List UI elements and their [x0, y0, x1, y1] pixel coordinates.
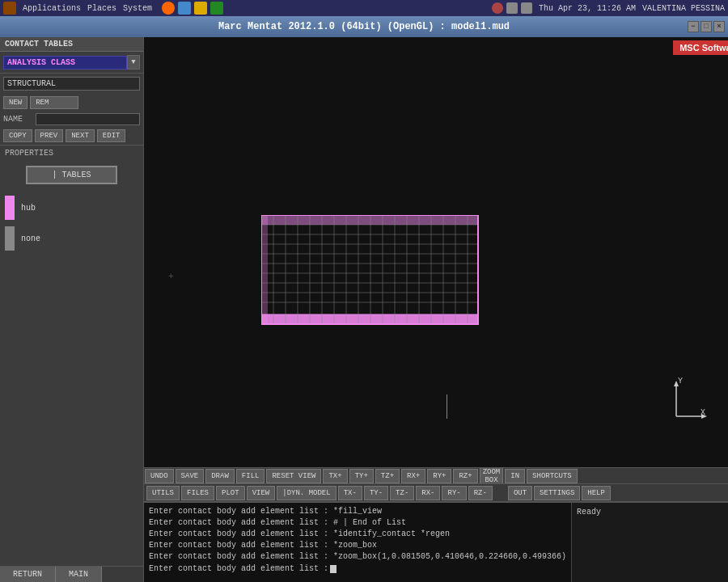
analysis-class-label[interactable]: ANALYSIS CLASS: [3, 56, 127, 70]
system-bar: Applications Places System Thu Apr 23, 1…: [0, 0, 728, 16]
icon-firefox[interactable]: [162, 2, 175, 15]
properties-label: PROPERTIES: [0, 145, 143, 161]
mesh-svg: [261, 215, 480, 328]
system-menu[interactable]: System: [123, 4, 152, 13]
console-status-panel: Ready: [571, 503, 728, 582]
svg-rect-1: [261, 215, 478, 225]
rz-minus-button[interactable]: RZ-: [468, 486, 493, 500]
console-line-5: Enter contact body add element list : *z…: [149, 551, 566, 563]
console-input-row: Enter contact body add element list :: [149, 564, 566, 573]
dyn-model-button[interactable]: |DYN. MODEL: [277, 486, 336, 500]
icon-files[interactable]: [194, 2, 207, 15]
vertical-crosshair: [447, 394, 447, 419]
console-prompt: Enter contact body add element list :: [149, 564, 328, 573]
cursor-indicator: +: [168, 272, 174, 281]
new-rem-row: NEW: [0, 94, 143, 112]
sys-right-area: Thu Apr 23, 11:26 AM VALENTINA PESSINA: [492, 2, 725, 14]
return-main-row: RETURN MAIN: [0, 566, 143, 582]
tz-minus-button[interactable]: TZ-: [390, 486, 414, 500]
mesh-visualization: [261, 215, 480, 328]
in-button[interactable]: IN: [505, 469, 525, 483]
rx-minus-button[interactable]: RX-: [416, 486, 440, 500]
left-panel: CONTACT TABLES ANALYSIS CLASS ▼ NEW NAME…: [0, 37, 144, 582]
svg-text:Y: Y: [678, 377, 683, 386]
reset-view-button[interactable]: RESET VIEW: [266, 469, 321, 483]
help-button[interactable]: HELP: [582, 486, 611, 500]
title-bar: Marc Mentat 2012.1.0 (64bit) (OpenGL) : …: [0, 16, 728, 37]
toolbar-top: UNDO SAVE DRAW FILL RESET VIEW TX+ TY+ T…: [144, 467, 728, 483]
fill-button[interactable]: FILL: [236, 469, 265, 483]
console-line-3: Enter contact body add element list : *i…: [149, 529, 566, 540]
utils-button[interactable]: UTILS: [146, 486, 180, 500]
edit-button[interactable]: EDIT: [97, 129, 126, 142]
sys-icons: [492, 2, 532, 14]
shortcuts-button[interactable]: SHORTCUTS: [527, 469, 578, 483]
rz-plus-button[interactable]: RZ+: [453, 469, 477, 483]
contact-tables-header: CONTACT TABLES: [0, 37, 143, 52]
system-user: VALENTINA PESSINA: [642, 4, 725, 13]
svg-rect-2: [261, 314, 478, 324]
console-log: Enter contact body add element list : *f…: [144, 503, 571, 582]
save-button[interactable]: SAVE: [176, 469, 205, 483]
viewport-area: MSC Software +: [144, 37, 728, 582]
rem-input[interactable]: [30, 96, 78, 109]
toolbar-bottom: UTILS FILES PLOT VIEW |DYN. MODEL TX- TY…: [144, 483, 728, 501]
legend-item-none: none: [5, 226, 138, 251]
legend-color-none: [5, 226, 15, 251]
console-cursor: [330, 565, 336, 573]
tables-button[interactable]: | TABLES: [26, 166, 116, 184]
title-bar-controls: − □ ×: [688, 21, 725, 32]
ty-minus-button[interactable]: TY-: [364, 486, 388, 500]
tx-plus-button[interactable]: TX+: [323, 469, 347, 483]
undo-button[interactable]: UNDO: [145, 469, 174, 483]
return-button[interactable]: RETURN: [0, 567, 56, 582]
tz-plus-button[interactable]: TZ+: [375, 469, 400, 483]
ry-plus-button[interactable]: RY+: [427, 469, 451, 483]
tables-btn-row: | TABLES: [0, 161, 143, 189]
files-button[interactable]: FILES: [181, 486, 214, 500]
name-input[interactable]: [36, 113, 140, 125]
close-button[interactable]: ×: [713, 21, 725, 32]
plot-button[interactable]: PLOT: [216, 486, 245, 500]
copy-button[interactable]: COPY: [3, 129, 32, 142]
legend-label-none: none: [21, 234, 40, 243]
out-button[interactable]: OUT: [508, 486, 532, 500]
next-button[interactable]: NEXT: [66, 129, 95, 142]
draw-button[interactable]: DRAW: [205, 469, 235, 483]
axis-svg: Y X: [660, 376, 709, 424]
name-row: NAME: [0, 112, 143, 127]
main-button[interactable]: MAIN: [56, 567, 102, 582]
legend-label-hub: hub: [21, 204, 36, 213]
applications-menu[interactable]: Applications: [23, 4, 81, 13]
svg-text:X: X: [700, 408, 705, 417]
places-menu[interactable]: Places: [87, 4, 116, 13]
copy-prev-next-edit-row: COPY PREV NEXT EDIT: [0, 127, 143, 145]
canvas-area[interactable]: MSC Software +: [144, 37, 728, 467]
icon-terminal[interactable]: [210, 2, 223, 15]
structural-input[interactable]: [3, 77, 140, 91]
msc-logo: MSC Software: [673, 40, 728, 55]
system-time: Thu Apr 23, 11:26 AM: [539, 4, 636, 13]
rx-plus-button[interactable]: RX+: [401, 469, 425, 483]
console-line-4: Enter contact body add element list : *z…: [149, 540, 566, 551]
new-button[interactable]: NEW: [3, 96, 28, 109]
window-title: Marc Mentat 2012.1.0 (64bit) (OpenGL) : …: [218, 21, 510, 32]
prev-button[interactable]: PREV: [35, 129, 64, 142]
settings-button[interactable]: SETTINGS: [534, 486, 580, 500]
view-button[interactable]: VIEW: [247, 486, 276, 500]
svg-rect-31: [261, 215, 478, 324]
zoom-box-button[interactable]: ZOOMBOX: [480, 467, 504, 483]
ry-minus-button[interactable]: RY-: [442, 486, 466, 500]
tx-minus-button[interactable]: TX-: [338, 486, 362, 500]
svg-rect-0: [261, 215, 478, 324]
legend-area: hub none: [0, 189, 143, 257]
minimize-button[interactable]: −: [688, 21, 699, 32]
legend-item-hub: hub: [5, 196, 138, 220]
analysis-class-dropdown[interactable]: ▼: [127, 55, 140, 70]
legend-color-hub: [5, 196, 15, 220]
maximize-button[interactable]: □: [700, 21, 712, 32]
ty-plus-button[interactable]: TY+: [349, 469, 374, 483]
console-line-2: Enter contact body add element list : # …: [149, 517, 566, 529]
icon-network[interactable]: [178, 2, 191, 15]
name-label: NAME: [3, 115, 32, 124]
